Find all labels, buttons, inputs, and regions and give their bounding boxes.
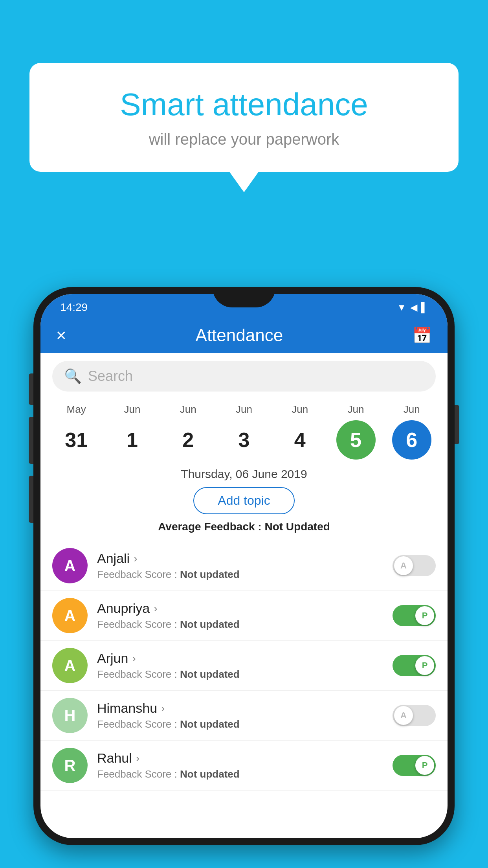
cal-month-label: May xyxy=(67,403,86,416)
cal-month-label: Jun xyxy=(404,403,420,416)
cal-date-number[interactable]: 2 xyxy=(169,420,208,460)
search-input[interactable]: Search xyxy=(88,368,133,384)
add-topic-label[interactable]: Add topic xyxy=(193,487,294,514)
attendance-toggle[interactable]: A xyxy=(393,705,436,726)
app-header: × Attendance 📅 xyxy=(40,318,448,353)
calendar-day[interactable]: Jun5 xyxy=(330,403,382,460)
toggle-wrap[interactable]: A xyxy=(393,555,436,576)
status-time: 14:29 xyxy=(60,301,88,314)
toggle-knob: P xyxy=(415,606,434,625)
phone-button-left-2 xyxy=(29,417,33,464)
cal-month-label: Jun xyxy=(180,403,196,416)
student-item[interactable]: AAnupriya ›Feedback Score : Not updatedP xyxy=(40,591,448,641)
calendar-day[interactable]: Jun3 xyxy=(218,403,270,460)
avg-feedback-value: Not Updated xyxy=(264,520,330,533)
cal-date-number[interactable]: 4 xyxy=(280,420,319,460)
toggle-wrap[interactable]: P xyxy=(393,755,436,776)
phone-button-right xyxy=(455,405,459,444)
chevron-icon: › xyxy=(136,752,139,765)
phone-outer: 14:29 ▼ ◀ ▌ × Attendance 📅 🔍 Search May3… xyxy=(33,287,455,845)
student-list: AAnjali ›Feedback Score : Not updatedAAA… xyxy=(40,541,448,838)
chevron-icon: › xyxy=(134,552,137,565)
student-item[interactable]: HHimanshu ›Feedback Score : Not updatedA xyxy=(40,691,448,741)
cal-month-label: Jun xyxy=(236,403,252,416)
battery-icon: ▌ xyxy=(421,302,428,313)
student-score: Feedback Score : Not updated xyxy=(97,768,383,780)
cal-month-label: Jun xyxy=(292,403,308,416)
student-item[interactable]: RRahul ›Feedback Score : Not updatedP xyxy=(40,741,448,791)
close-button[interactable]: × xyxy=(56,327,66,344)
chevron-icon: › xyxy=(154,602,157,615)
calendar-day[interactable]: Jun6 xyxy=(386,403,437,460)
phone-button-left-3 xyxy=(29,476,33,523)
toggle-wrap[interactable]: P xyxy=(393,655,436,676)
toggle-knob: A xyxy=(394,556,413,575)
average-feedback: Average Feedback : Not Updated xyxy=(40,520,448,533)
chevron-icon: › xyxy=(161,702,165,715)
student-score: Feedback Score : Not updated xyxy=(97,568,383,581)
student-name[interactable]: Anjali › xyxy=(97,551,383,566)
attendance-toggle[interactable]: P xyxy=(393,655,436,676)
selected-date-label: Thursday, 06 June 2019 xyxy=(40,467,448,481)
toggle-wrap[interactable]: P xyxy=(393,605,436,626)
cal-date-number[interactable]: 1 xyxy=(112,420,152,460)
speech-bubble: Smart attendance will replace your paper… xyxy=(29,63,459,172)
student-info: Rahul ›Feedback Score : Not updated xyxy=(97,750,383,780)
student-name[interactable]: Himanshu › xyxy=(97,701,383,716)
student-info: Himanshu ›Feedback Score : Not updated xyxy=(97,701,383,730)
student-name[interactable]: Rahul › xyxy=(97,750,383,766)
chevron-icon: › xyxy=(132,652,136,665)
calendar-day[interactable]: May31 xyxy=(51,403,102,460)
calendar-icon[interactable]: 📅 xyxy=(412,326,432,345)
student-info: Anupriya ›Feedback Score : Not updated xyxy=(97,601,383,631)
phone-screen: 14:29 ▼ ◀ ▌ × Attendance 📅 🔍 Search May3… xyxy=(40,294,448,838)
cal-month-label: Jun xyxy=(348,403,364,416)
cal-month-label: Jun xyxy=(124,403,140,416)
cal-date-number[interactable]: 3 xyxy=(224,420,264,460)
bubble-subtitle: will replace your paperwork xyxy=(61,131,427,148)
calendar-day[interactable]: Jun2 xyxy=(163,403,214,460)
wifi-icon: ▼ xyxy=(397,302,406,313)
calendar-strip: May31Jun1Jun2Jun3Jun4Jun5Jun6 xyxy=(40,399,448,460)
toggle-knob: A xyxy=(394,706,413,725)
student-info: Anjali ›Feedback Score : Not updated xyxy=(97,551,383,581)
attendance-toggle[interactable]: P xyxy=(393,755,436,776)
attendance-toggle[interactable]: P xyxy=(393,605,436,626)
student-avatar: A xyxy=(52,648,88,683)
status-icons: ▼ ◀ ▌ xyxy=(397,302,428,313)
student-avatar: A xyxy=(52,548,88,583)
student-score: Feedback Score : Not updated xyxy=(97,618,383,631)
search-bar[interactable]: 🔍 Search xyxy=(52,361,436,392)
student-name[interactable]: Arjun › xyxy=(97,651,383,666)
add-topic-button[interactable]: Add topic xyxy=(40,487,448,514)
student-avatar: H xyxy=(52,698,88,733)
student-avatar: A xyxy=(52,598,88,633)
student-info: Arjun ›Feedback Score : Not updated xyxy=(97,651,383,680)
student-item[interactable]: AAnjali ›Feedback Score : Not updatedA xyxy=(40,541,448,591)
cal-date-number[interactable]: 6 xyxy=(392,420,431,460)
cal-date-number[interactable]: 31 xyxy=(57,420,96,460)
phone-notch xyxy=(213,287,275,307)
attendance-toggle[interactable]: A xyxy=(393,555,436,576)
avg-feedback-label: Average Feedback : xyxy=(158,520,262,533)
cal-date-number[interactable]: 5 xyxy=(336,420,376,460)
search-icon: 🔍 xyxy=(64,368,82,384)
toggle-wrap[interactable]: A xyxy=(393,705,436,726)
toggle-knob: P xyxy=(415,656,434,675)
toggle-knob: P xyxy=(415,756,434,775)
phone-button-left-1 xyxy=(29,373,33,405)
student-score: Feedback Score : Not updated xyxy=(97,718,383,730)
header-title: Attendance xyxy=(196,326,283,345)
calendar-day[interactable]: Jun1 xyxy=(106,403,158,460)
student-avatar: R xyxy=(52,748,88,783)
calendar-day[interactable]: Jun4 xyxy=(274,403,325,460)
student-score: Feedback Score : Not updated xyxy=(97,668,383,680)
signal-icon: ◀ xyxy=(410,302,417,313)
student-item[interactable]: AArjun ›Feedback Score : Not updatedP xyxy=(40,641,448,691)
phone-wrapper: 14:29 ▼ ◀ ▌ × Attendance 📅 🔍 Search May3… xyxy=(33,287,455,868)
bubble-title: Smart attendance xyxy=(61,86,427,123)
student-name[interactable]: Anupriya › xyxy=(97,601,383,616)
